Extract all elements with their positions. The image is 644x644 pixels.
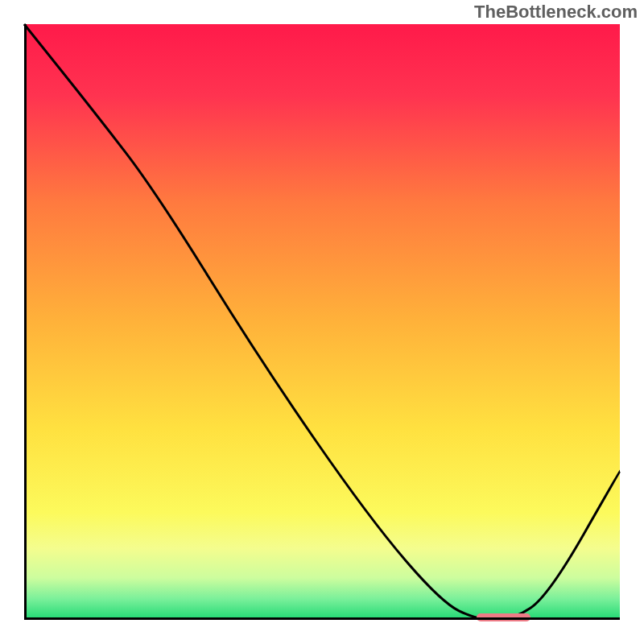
bottleneck-curve [24,24,620,620]
watermark-text: TheBottleneck.com [474,2,638,23]
curve-path [24,24,620,620]
plot-area [24,24,620,620]
optimal-range-marker [477,613,530,621]
chart-frame: TheBottleneck.com [0,0,644,644]
